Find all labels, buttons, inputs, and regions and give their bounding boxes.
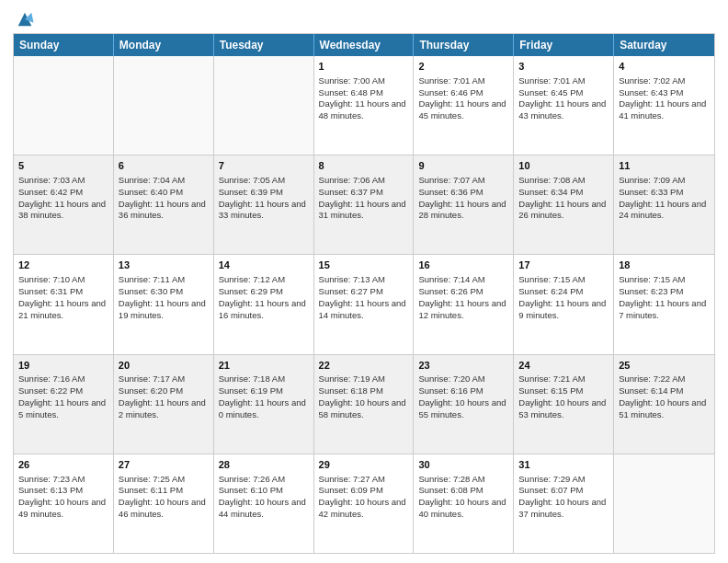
daylight-text: Daylight: 11 hours and 0 minutes. (219, 397, 309, 421)
daylight-text: Daylight: 11 hours and 28 minutes. (418, 199, 508, 223)
day-number: 10 (518, 159, 609, 173)
calendar-cell: 21Sunrise: 7:18 AMSunset: 6:19 PMDayligh… (214, 355, 314, 454)
sunrise-text: Sunrise: 7:18 AM (219, 373, 309, 385)
calendar-cell: 5Sunrise: 7:03 AMSunset: 6:42 PMDaylight… (14, 155, 114, 254)
calendar-cell: 20Sunrise: 7:17 AMSunset: 6:20 PMDayligh… (114, 355, 214, 454)
daylight-text: Daylight: 11 hours and 36 minutes. (119, 199, 209, 223)
sunset-text: Sunset: 6:48 PM (319, 87, 409, 99)
sunrise-text: Sunrise: 7:27 AM (319, 474, 409, 486)
sunrise-text: Sunrise: 7:12 AM (219, 274, 309, 286)
daylight-text: Daylight: 11 hours and 38 minutes. (18, 199, 108, 223)
header-day-monday: Monday (114, 34, 214, 56)
daylight-text: Daylight: 11 hours and 19 minutes. (119, 298, 209, 322)
daylight-text: Daylight: 11 hours and 48 minutes. (319, 98, 409, 122)
calendar-cell: 7Sunrise: 7:05 AMSunset: 6:39 PMDaylight… (214, 155, 314, 254)
calendar-row-4: 26Sunrise: 7:23 AMSunset: 6:13 PMDayligh… (14, 454, 714, 553)
daylight-text: Daylight: 11 hours and 33 minutes. (219, 199, 309, 223)
sunset-text: Sunset: 6:11 PM (119, 485, 209, 497)
day-number: 21 (219, 359, 309, 373)
calendar-cell: 11Sunrise: 7:09 AMSunset: 6:33 PMDayligh… (614, 155, 714, 254)
page: SundayMondayTuesdayWednesdayThursdayFrid… (0, 0, 728, 563)
logo (13, 13, 35, 28)
calendar-cell: 31Sunrise: 7:29 AMSunset: 6:07 PMDayligh… (514, 454, 614, 553)
calendar-cell: 17Sunrise: 7:15 AMSunset: 6:24 PMDayligh… (514, 255, 614, 353)
sunrise-text: Sunrise: 7:01 AM (418, 75, 508, 87)
header-day-wednesday: Wednesday (314, 34, 415, 56)
daylight-text: Daylight: 11 hours and 7 minutes. (619, 298, 710, 322)
day-number: 8 (319, 159, 409, 173)
daylight-text: Daylight: 11 hours and 31 minutes. (319, 199, 409, 223)
calendar-cell: 4Sunrise: 7:02 AMSunset: 6:43 PMDaylight… (614, 56, 714, 155)
sunset-text: Sunset: 6:10 PM (219, 485, 309, 497)
sunrise-text: Sunrise: 7:01 AM (518, 75, 609, 87)
sunrise-text: Sunrise: 7:05 AM (219, 175, 309, 187)
daylight-text: Daylight: 10 hours and 58 minutes. (319, 397, 409, 421)
sunset-text: Sunset: 6:13 PM (18, 485, 108, 497)
sunset-text: Sunset: 6:16 PM (418, 385, 508, 397)
calendar-cell: 6Sunrise: 7:04 AMSunset: 6:40 PMDaylight… (114, 155, 214, 254)
daylight-text: Daylight: 10 hours and 46 minutes. (119, 497, 209, 521)
sunrise-text: Sunrise: 7:04 AM (119, 175, 209, 187)
daylight-text: Daylight: 10 hours and 55 minutes. (418, 397, 508, 421)
sunset-text: Sunset: 6:36 PM (418, 187, 508, 199)
day-number: 25 (619, 359, 710, 373)
calendar-row-1: 5Sunrise: 7:03 AMSunset: 6:42 PMDaylight… (14, 155, 714, 255)
calendar-cell: 3Sunrise: 7:01 AMSunset: 6:45 PMDaylight… (514, 56, 614, 155)
daylight-text: Daylight: 11 hours and 9 minutes. (518, 298, 609, 322)
daylight-text: Daylight: 11 hours and 41 minutes. (619, 98, 710, 122)
daylight-text: Daylight: 11 hours and 16 minutes. (219, 298, 309, 322)
day-number: 2 (418, 60, 508, 74)
calendar-cell: 10Sunrise: 7:08 AMSunset: 6:34 PMDayligh… (514, 155, 614, 254)
daylight-text: Daylight: 11 hours and 43 minutes. (518, 98, 609, 122)
sunset-text: Sunset: 6:31 PM (18, 286, 108, 298)
sunrise-text: Sunrise: 7:10 AM (18, 274, 108, 286)
day-number: 16 (418, 259, 508, 272)
day-number: 30 (418, 458, 508, 472)
sunset-text: Sunset: 6:23 PM (619, 286, 710, 298)
sunset-text: Sunset: 6:43 PM (619, 87, 710, 99)
calendar-cell: 23Sunrise: 7:20 AMSunset: 6:16 PMDayligh… (414, 355, 514, 454)
day-number: 17 (518, 259, 609, 272)
daylight-text: Daylight: 10 hours and 42 minutes. (319, 497, 409, 521)
sunset-text: Sunset: 6:27 PM (319, 286, 409, 298)
logo-icon (15, 9, 35, 29)
sunrise-text: Sunrise: 7:13 AM (319, 274, 409, 286)
sunrise-text: Sunrise: 7:21 AM (518, 373, 609, 385)
calendar-cell: 30Sunrise: 7:28 AMSunset: 6:08 PMDayligh… (414, 454, 514, 553)
daylight-text: Daylight: 11 hours and 12 minutes. (418, 298, 508, 322)
sunset-text: Sunset: 6:19 PM (219, 385, 309, 397)
daylight-text: Daylight: 11 hours and 24 minutes. (619, 199, 710, 223)
sunrise-text: Sunrise: 7:20 AM (418, 373, 508, 385)
sunrise-text: Sunrise: 7:06 AM (319, 175, 409, 187)
day-number: 11 (619, 159, 710, 173)
sunset-text: Sunset: 6:33 PM (619, 187, 710, 199)
sunset-text: Sunset: 6:07 PM (518, 485, 609, 497)
day-number: 26 (18, 458, 108, 472)
sunrise-text: Sunrise: 7:02 AM (619, 75, 710, 87)
calendar-cell: 1Sunrise: 7:00 AMSunset: 6:48 PMDaylight… (314, 56, 415, 155)
header-day-sunday: Sunday (14, 34, 114, 56)
sunrise-text: Sunrise: 7:09 AM (619, 175, 710, 187)
day-number: 5 (18, 159, 108, 173)
calendar-row-2: 12Sunrise: 7:10 AMSunset: 6:31 PMDayligh… (14, 255, 714, 354)
daylight-text: Daylight: 10 hours and 53 minutes. (518, 397, 609, 421)
header-day-friday: Friday (514, 34, 614, 56)
sunset-text: Sunset: 6:20 PM (119, 385, 209, 397)
daylight-text: Daylight: 11 hours and 2 minutes. (119, 397, 209, 421)
daylight-text: Daylight: 10 hours and 40 minutes. (418, 497, 508, 521)
sunrise-text: Sunrise: 7:22 AM (619, 373, 710, 385)
day-number: 20 (119, 359, 209, 373)
sunset-text: Sunset: 6:40 PM (119, 187, 209, 199)
sunset-text: Sunset: 6:37 PM (319, 187, 409, 199)
calendar-cell: 25Sunrise: 7:22 AMSunset: 6:14 PMDayligh… (614, 355, 714, 454)
calendar-header: SundayMondayTuesdayWednesdayThursdayFrid… (14, 34, 714, 56)
day-number: 12 (18, 259, 108, 272)
daylight-text: Daylight: 11 hours and 14 minutes. (319, 298, 409, 322)
sunset-text: Sunset: 6:14 PM (619, 385, 710, 397)
sunrise-text: Sunrise: 7:26 AM (219, 474, 309, 486)
sunrise-text: Sunrise: 7:08 AM (518, 175, 609, 187)
day-number: 18 (619, 259, 710, 272)
day-number: 6 (119, 159, 209, 173)
day-number: 27 (119, 458, 209, 472)
day-number: 3 (518, 60, 609, 74)
